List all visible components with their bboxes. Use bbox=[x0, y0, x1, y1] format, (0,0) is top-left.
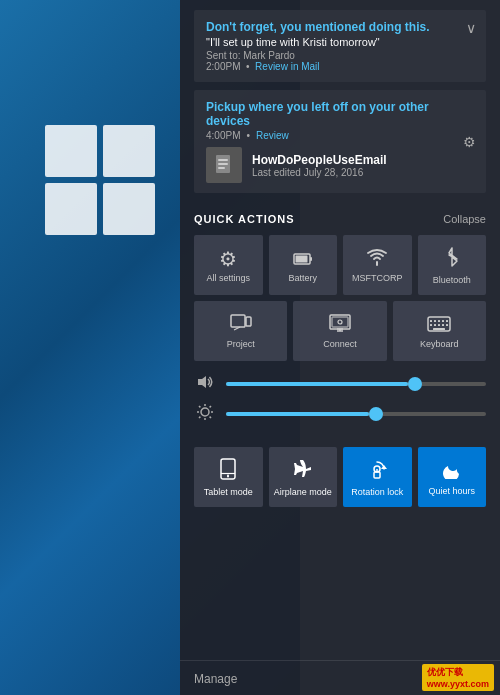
wifi-icon bbox=[366, 248, 388, 269]
bluetooth-icon bbox=[445, 246, 459, 271]
svg-rect-46 bbox=[374, 472, 380, 478]
quick-btn-all-settings[interactable]: ⚙ All settings bbox=[194, 235, 263, 295]
quick-actions-row1: ⚙ All settings Battery MSFTCORP Bluetoo bbox=[194, 235, 486, 295]
doc-date: Last edited July 28, 2016 bbox=[252, 167, 387, 178]
notif2-settings-icon[interactable]: ⚙ bbox=[463, 134, 476, 150]
svg-rect-22 bbox=[434, 320, 436, 322]
project-label: Project bbox=[227, 339, 255, 350]
windows-logo bbox=[40, 120, 160, 240]
brightness-slider-track[interactable] bbox=[226, 412, 486, 416]
project-icon bbox=[230, 314, 252, 335]
svg-rect-31 bbox=[433, 328, 445, 330]
svg-point-19 bbox=[338, 320, 342, 324]
quiet-hours-label: Quiet hours bbox=[428, 486, 475, 497]
svg-rect-30 bbox=[446, 324, 448, 326]
battery-label: Battery bbox=[288, 273, 317, 284]
connect-icon bbox=[329, 314, 351, 335]
doc-info: HowDoPeopleUseEmail Last edited July 28,… bbox=[252, 153, 387, 178]
toggle-grid: Tablet mode Airplane mode Rotation lock bbox=[194, 447, 486, 507]
quick-actions-title: QUICK ACTIONS bbox=[194, 213, 295, 225]
battery-icon bbox=[293, 249, 313, 269]
airplane-label: Airplane mode bbox=[274, 487, 332, 498]
volume-slider-thumb[interactable] bbox=[408, 377, 422, 391]
keyboard-label: Keyboard bbox=[420, 339, 459, 350]
notif1-review-link[interactable]: Review in Mail bbox=[255, 61, 319, 72]
volume-slider-track[interactable] bbox=[226, 382, 486, 386]
quick-btn-keyboard[interactable]: Keyboard bbox=[393, 301, 486, 361]
brightness-slider-thumb[interactable] bbox=[369, 407, 383, 421]
volume-slider-fill bbox=[226, 382, 408, 386]
notif1-quote: "I'll set up time with Kristi tomorrow" bbox=[206, 36, 474, 48]
svg-rect-21 bbox=[430, 320, 432, 322]
toggles-section: Tablet mode Airplane mode Rotation lock bbox=[180, 443, 500, 513]
notification-card-1[interactable]: Don't forget, you mentioned doing this. … bbox=[194, 10, 486, 82]
notif2-time: 4:00PM bbox=[206, 130, 240, 141]
brightness-slider-row bbox=[194, 403, 486, 425]
toggle-quiet-hours[interactable]: Quiet hours bbox=[418, 447, 487, 507]
doc-icon bbox=[206, 147, 242, 183]
watermark-text: 优优下载 bbox=[427, 667, 463, 677]
quick-btn-project[interactable]: Project bbox=[194, 301, 287, 361]
svg-rect-27 bbox=[434, 324, 436, 326]
toggle-rotation-lock[interactable]: Rotation lock bbox=[343, 447, 412, 507]
svg-marker-44 bbox=[381, 465, 387, 469]
notif1-sent: Sent to: Mark Pardo bbox=[206, 50, 295, 61]
quick-actions-section: QUICK ACTIONS Collapse ⚙ All settings Ba… bbox=[180, 201, 500, 369]
svg-rect-29 bbox=[442, 324, 444, 326]
svg-line-39 bbox=[210, 406, 211, 407]
keyboard-icon bbox=[427, 315, 451, 335]
doc-name: HowDoPeopleUseEmail bbox=[252, 153, 387, 167]
svg-rect-25 bbox=[446, 320, 448, 322]
airplane-icon bbox=[292, 458, 314, 483]
notification-card-2[interactable]: Pickup where you left off on your other … bbox=[194, 90, 486, 193]
collapse-button[interactable]: Collapse bbox=[443, 213, 486, 225]
volume-icon bbox=[194, 375, 216, 393]
watermark-url: www.yyxt.com bbox=[427, 679, 489, 689]
toggle-tablet-mode[interactable]: Tablet mode bbox=[194, 447, 263, 507]
svg-point-32 bbox=[201, 408, 209, 416]
svg-rect-15 bbox=[332, 317, 348, 327]
svg-rect-10 bbox=[295, 255, 307, 262]
svg-rect-3 bbox=[103, 183, 155, 235]
notif1-title: Don't forget, you mentioned doing this. bbox=[206, 20, 474, 34]
svg-rect-2 bbox=[45, 183, 97, 235]
svg-rect-26 bbox=[430, 324, 432, 326]
bluetooth-label: Bluetooth bbox=[433, 275, 471, 286]
svg-rect-28 bbox=[438, 324, 440, 326]
quick-btn-msftcorp[interactable]: MSFTCORP bbox=[343, 235, 412, 295]
brightness-slider-fill bbox=[226, 412, 369, 416]
svg-rect-9 bbox=[310, 257, 312, 261]
sliders-section bbox=[180, 369, 500, 443]
notifications-area: Don't forget, you mentioned doing this. … bbox=[180, 0, 500, 201]
manage-link[interactable]: Manage bbox=[194, 672, 237, 686]
svg-line-40 bbox=[199, 417, 200, 418]
connect-label: Connect bbox=[323, 339, 357, 350]
notif1-chevron-icon: ∨ bbox=[466, 20, 476, 36]
svg-rect-6 bbox=[218, 163, 228, 165]
svg-rect-24 bbox=[442, 320, 444, 322]
action-center: Don't forget, you mentioned doing this. … bbox=[180, 0, 500, 695]
volume-slider-row bbox=[194, 375, 486, 393]
toggle-airplane-mode[interactable]: Airplane mode bbox=[269, 447, 338, 507]
svg-rect-1 bbox=[103, 125, 155, 177]
svg-rect-11 bbox=[231, 315, 245, 327]
notif1-time: 2:00PM bbox=[206, 61, 240, 72]
notif2-review-link[interactable]: Review bbox=[256, 130, 289, 141]
svg-rect-5 bbox=[218, 159, 228, 161]
quick-btn-connect[interactable]: Connect bbox=[293, 301, 386, 361]
notif2-time-row: 4:00PM • Review bbox=[206, 130, 474, 141]
settings-icon: ⚙ bbox=[219, 249, 237, 269]
quick-btn-battery[interactable]: Battery bbox=[269, 235, 338, 295]
brightness-icon bbox=[194, 403, 216, 425]
msftcorp-label: MSFTCORP bbox=[352, 273, 403, 284]
quick-btn-bluetooth[interactable]: Bluetooth bbox=[418, 235, 487, 295]
quiet-hours-icon bbox=[442, 459, 462, 482]
svg-rect-0 bbox=[45, 125, 97, 177]
watermark: 优优下载 www.yyxt.com bbox=[422, 664, 494, 691]
notif2-title: Pickup where you left off on your other … bbox=[206, 100, 474, 128]
rotation-lock-icon bbox=[366, 458, 388, 483]
tablet-mode-label: Tablet mode bbox=[204, 487, 253, 498]
svg-rect-12 bbox=[246, 317, 251, 326]
all-settings-label: All settings bbox=[206, 273, 250, 284]
rotation-lock-label: Rotation lock bbox=[351, 487, 403, 498]
